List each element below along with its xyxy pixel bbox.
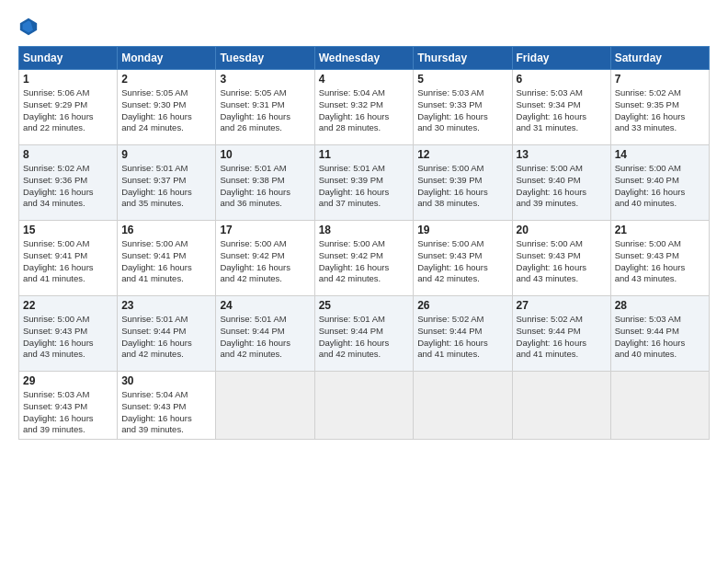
day-number: 5 [417,73,507,86]
calendar-cell: 6Sunrise: 5:03 AMSunset: 9:34 PMDaylight… [512,70,610,145]
cell-text: and 42 minutes. [319,349,410,361]
cell-text: Sunrise: 5:01 AM [220,314,310,326]
day-number: 18 [319,224,410,236]
cell-text: Sunrise: 5:05 AM [220,87,310,99]
cell-text: Sunrise: 5:03 AM [615,314,705,326]
cell-text: Sunset: 9:43 PM [23,326,113,338]
cell-text: and 31 minutes. [517,122,607,134]
cell-text: and 38 minutes. [417,198,507,210]
calendar-cell: 22Sunrise: 5:00 AMSunset: 9:43 PMDayligh… [19,296,118,372]
header [18,17,710,37]
calendar-cell: 7Sunrise: 5:02 AMSunset: 9:35 PMDaylight… [610,70,709,145]
cell-text: Daylight: 16 hours [121,111,211,123]
calendar-cell [216,372,314,440]
cell-text: Daylight: 16 hours [417,187,507,199]
cell-text: and 28 minutes. [319,122,410,134]
day-number: 2 [121,73,211,86]
day-number: 4 [319,73,410,86]
cell-text: Daylight: 16 hours [319,262,410,274]
cell-text: and 26 minutes. [220,122,310,134]
calendar-week-1: 1Sunrise: 5:06 AMSunset: 9:29 PMDaylight… [19,70,710,145]
calendar-cell: 27Sunrise: 5:02 AMSunset: 9:44 PMDayligh… [512,296,610,372]
day-number: 6 [517,73,607,86]
cell-text: Daylight: 16 hours [121,413,211,425]
cell-text: Daylight: 16 hours [417,111,507,123]
cell-text: Sunset: 9:44 PM [417,326,507,338]
cell-text: Daylight: 16 hours [23,262,113,274]
cell-text: Sunrise: 5:03 AM [517,87,607,99]
cell-text: Daylight: 16 hours [615,187,705,199]
cell-text: and 39 minutes. [121,424,211,436]
calendar-cell [414,372,512,440]
cell-text: Sunrise: 5:02 AM [615,87,705,99]
day-number: 22 [23,299,113,312]
cell-text: Sunset: 9:29 PM [23,99,113,111]
calendar-cell: 13Sunrise: 5:00 AMSunset: 9:40 PMDayligh… [512,145,610,221]
day-number: 29 [23,374,113,387]
cell-text: Daylight: 16 hours [121,262,211,274]
calendar-cell: 29Sunrise: 5:03 AMSunset: 9:43 PMDayligh… [19,372,118,440]
col-header-wednesday: Wednesday [314,47,414,70]
cell-text: Daylight: 16 hours [220,111,310,123]
cell-text: and 41 minutes. [517,349,607,361]
day-number: 13 [517,148,607,161]
cell-text: and 42 minutes. [220,273,310,285]
cell-text: Sunrise: 5:00 AM [417,238,507,250]
cell-text: Daylight: 16 hours [517,187,607,199]
calendar-week-2: 8Sunrise: 5:02 AMSunset: 9:36 PMDaylight… [19,145,710,221]
day-number: 28 [615,299,705,312]
cell-text: and 36 minutes. [220,198,310,210]
cell-text: Sunset: 9:31 PM [220,99,310,111]
cell-text: Sunrise: 5:00 AM [517,238,607,250]
cell-text: Sunset: 9:42 PM [319,250,410,262]
page: SundayMondayTuesdayWednesdayThursdayFrid… [0,0,728,563]
cell-text: Sunset: 9:39 PM [319,175,410,187]
col-header-thursday: Thursday [414,47,512,70]
col-header-tuesday: Tuesday [216,47,314,70]
cell-text: Sunrise: 5:02 AM [517,314,607,326]
cell-text: Sunrise: 5:00 AM [615,238,705,250]
cell-text: and 41 minutes. [121,273,211,285]
cell-text: Sunset: 9:40 PM [517,175,607,187]
day-number: 30 [121,374,211,387]
cell-text: Sunrise: 5:02 AM [23,163,113,175]
cell-text: and 42 minutes. [220,349,310,361]
cell-text: Sunrise: 5:00 AM [121,238,211,250]
calendar-cell: 5Sunrise: 5:03 AMSunset: 9:33 PMDaylight… [414,70,512,145]
col-header-saturday: Saturday [610,47,709,70]
cell-text: Daylight: 16 hours [319,111,410,123]
day-number: 26 [417,299,507,312]
cell-text: Daylight: 16 hours [615,262,705,274]
cell-text: and 24 minutes. [121,122,211,134]
calendar-cell: 3Sunrise: 5:05 AMSunset: 9:31 PMDaylight… [216,70,314,145]
cell-text: and 43 minutes. [23,349,113,361]
cell-text: Sunrise: 5:00 AM [417,163,507,175]
cell-text: Daylight: 16 hours [517,262,607,274]
day-number: 10 [220,148,310,161]
cell-text: Daylight: 16 hours [615,338,705,350]
cell-text: Daylight: 16 hours [319,338,410,350]
col-header-sunday: Sunday [19,47,118,70]
cell-text: and 40 minutes. [615,349,705,361]
day-number: 3 [220,73,310,86]
cell-text: and 41 minutes. [23,273,113,285]
calendar-week-4: 22Sunrise: 5:00 AMSunset: 9:43 PMDayligh… [19,296,710,372]
day-number: 23 [121,299,211,312]
calendar-cell: 24Sunrise: 5:01 AMSunset: 9:44 PMDayligh… [216,296,314,372]
cell-text: Sunset: 9:39 PM [417,175,507,187]
day-number: 21 [615,224,705,236]
cell-text: Daylight: 16 hours [23,111,113,123]
cell-text: and 22 minutes. [23,122,113,134]
calendar-table: SundayMondayTuesdayWednesdayThursdayFrid… [18,46,710,440]
calendar-cell: 4Sunrise: 5:04 AMSunset: 9:32 PMDaylight… [314,70,414,145]
cell-text: Sunset: 9:41 PM [23,250,113,262]
day-number: 11 [319,148,410,161]
col-header-friday: Friday [512,47,610,70]
cell-text: and 42 minutes. [319,273,410,285]
cell-text: Sunrise: 5:06 AM [23,87,113,99]
cell-text: and 30 minutes. [417,122,507,134]
calendar-cell: 26Sunrise: 5:02 AMSunset: 9:44 PMDayligh… [414,296,512,372]
cell-text: Sunrise: 5:01 AM [121,163,211,175]
cell-text: Daylight: 16 hours [220,338,310,350]
cell-text: and 42 minutes. [121,349,211,361]
